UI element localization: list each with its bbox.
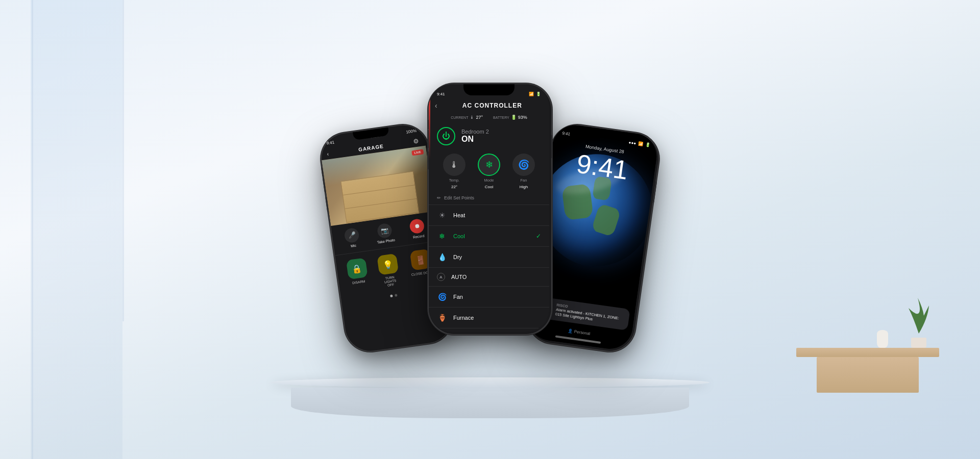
back-chevron-icon[interactable]: ‹ <box>327 150 329 157</box>
back-button[interactable]: ‹ <box>435 101 437 110</box>
door-icon: 🚪 <box>409 249 431 271</box>
power-button[interactable]: ⏻ <box>437 127 455 145</box>
mode-mode-btn[interactable]: ❄ Mode Cool <box>478 154 500 189</box>
settings-icon[interactable]: ⚙ <box>413 137 420 145</box>
mode-label: Mode <box>484 178 494 183</box>
thermometer-icon: 🌡 <box>470 115 474 120</box>
dry-menu-item[interactable]: 💧 Dry <box>429 247 549 268</box>
thermometer-mode-icon: 🌡 <box>443 154 465 176</box>
device-header: ⏻ Bedroom 2 ON <box>429 122 549 149</box>
battery-value: 93% <box>518 115 527 120</box>
right-signal-icon: ●●● <box>628 140 636 146</box>
photo-control[interactable]: 📷 Take Photo <box>375 222 395 244</box>
display-platform <box>260 377 720 418</box>
bg-window <box>31 0 122 459</box>
check-icon: ✓ <box>536 233 541 240</box>
right-power-btn <box>652 182 657 203</box>
auto-menu-item[interactable]: A AUTO <box>429 268 549 287</box>
auto-icon: A <box>437 273 445 281</box>
snowflake-mode-icon: ❄ <box>478 154 500 176</box>
furnace-label: Furnace <box>453 315 474 321</box>
current-value: 27° <box>476 115 483 120</box>
phones-showcase: 9:41 Sketch ✏ 100% ‹ GARAGE ⚙ <box>322 89 658 370</box>
device-status: ON <box>461 135 489 144</box>
current-label: CURRENT <box>451 116 468 119</box>
battery-info: BATTERY 🔋 93% <box>493 115 527 120</box>
left-screen-content: 9:41 Sketch ✏ 100% ‹ GARAGE ⚙ <box>318 122 447 306</box>
right-battery-icon: 🔋 <box>645 142 650 147</box>
sun-icon: ☀ <box>437 210 447 220</box>
device-info: Bedroom 2 ON <box>461 129 489 144</box>
lock-icon: 🔒 <box>346 258 368 279</box>
temp-value: 22° <box>451 185 457 189</box>
fan-menu-label: Fan <box>453 294 463 300</box>
fan-icon: 🌀 <box>437 292 447 302</box>
cool-menu-item[interactable]: ❄ Cool ✓ <box>429 226 549 247</box>
fan-mode-icon: 🌀 <box>512 154 535 176</box>
bg-shelf-support <box>817 357 919 393</box>
furnace-menu-item[interactable]: 🏺 Furnace <box>429 308 549 328</box>
notif-content: RISCO Alarm activated - KITCHEN 1, ZONE:… <box>555 303 624 325</box>
center-nav: ‹ AC CONTROLLER <box>429 98 549 113</box>
mic-label: Mic <box>351 244 357 248</box>
current-info: CURRENT 🌡 27° <box>451 115 483 120</box>
center-power-btn <box>551 135 553 158</box>
personal-text: Personal <box>574 329 591 336</box>
bg-vase <box>877 330 888 348</box>
battery-indicator: 🔋 <box>536 92 541 96</box>
fan-menu-item[interactable]: 🌀 Fan <box>429 287 549 308</box>
disarm-button[interactable]: 🔒 DISARM <box>346 258 370 292</box>
record-control[interactable]: ⏺ Record <box>409 218 426 240</box>
snowflake-icon: ❄ <box>437 231 447 241</box>
auto-label: AUTO <box>451 274 467 280</box>
mic-icon: 🎤 <box>344 227 360 244</box>
center-screen-content: 9:41 📶 🔋 ‹ AC CONTROLLER CURRENT 🌡 <box>429 84 549 332</box>
garage-title: GARAGE <box>358 143 384 152</box>
battery-label: BATTERY <box>493 116 509 119</box>
moist-menu-item[interactable]: 💧 Moist <box>429 328 549 332</box>
left-battery: 100% <box>406 128 417 134</box>
furnace-icon: 🏺 <box>437 313 447 323</box>
center-time: 9:41 <box>437 92 445 96</box>
record-icon: ⏺ <box>409 218 426 235</box>
lights-label: TURN LIGHTS OFF <box>380 274 401 288</box>
wifi-icon: 📶 <box>529 92 534 96</box>
center-status-bar: 9:41 📶 🔋 <box>429 84 549 98</box>
mode-controls: 🌡 Temp. 22° ❄ Mode Cool 🌀 Fan High <box>429 149 549 191</box>
ac-mode-list: ☀ Heat ❄ Cool ✓ 💧 Dry <box>429 205 549 332</box>
right-wifi-icon: 📶 <box>638 141 643 146</box>
bg-plant <box>903 287 934 348</box>
temp-label: Temp. <box>449 178 459 183</box>
bg-shelf <box>796 348 939 357</box>
device-name: Bedroom 2 <box>461 129 489 135</box>
heat-label: Heat <box>453 212 465 218</box>
edit-setpoints-label: Edit Set Points <box>444 195 474 200</box>
camera-icon: 📷 <box>377 223 393 239</box>
mic-control[interactable]: 🎤 Mic <box>344 227 361 249</box>
person-icon: 👤 <box>568 328 573 334</box>
disarm-label: DISARM <box>352 279 365 285</box>
dot-2 <box>395 294 398 297</box>
fan-mode-btn[interactable]: 🌀 Fan High <box>512 154 535 189</box>
info-bar: CURRENT 🌡 27° BATTERY 🔋 93% <box>429 113 549 122</box>
bulb-icon: 💡 <box>377 253 399 275</box>
mode-value: Cool <box>485 185 493 189</box>
droplet-icon: 💧 <box>437 252 447 262</box>
battery-icon: 🔋 <box>511 115 517 120</box>
left-time: 9:41 <box>326 140 335 145</box>
lights-button[interactable]: 💡 TURN LIGHTS OFF <box>377 253 401 288</box>
pencil-icon: ✏ <box>437 195 441 200</box>
center-phone-screen: 9:41 📶 🔋 ‹ AC CONTROLLER CURRENT 🌡 <box>429 84 549 332</box>
edit-setpoints-row[interactable]: ✏ Edit Set Points <box>429 191 549 205</box>
center-phone: 9:41 📶 🔋 ‹ AC CONTROLLER CURRENT 🌡 <box>429 84 551 334</box>
temp-mode-btn[interactable]: 🌡 Temp. 22° <box>443 154 465 189</box>
photo-label: Take Photo <box>377 238 396 244</box>
dot-1 <box>390 294 393 297</box>
heat-menu-item[interactable]: ☀ Heat <box>429 205 549 226</box>
ac-controller-title: AC CONTROLLER <box>442 102 543 109</box>
fan-value: High <box>520 185 528 189</box>
right-time-status: 9:41 <box>562 131 571 137</box>
cool-label: Cool <box>453 233 465 239</box>
fan-label: Fan <box>521 178 527 183</box>
record-label: Record <box>413 234 425 239</box>
